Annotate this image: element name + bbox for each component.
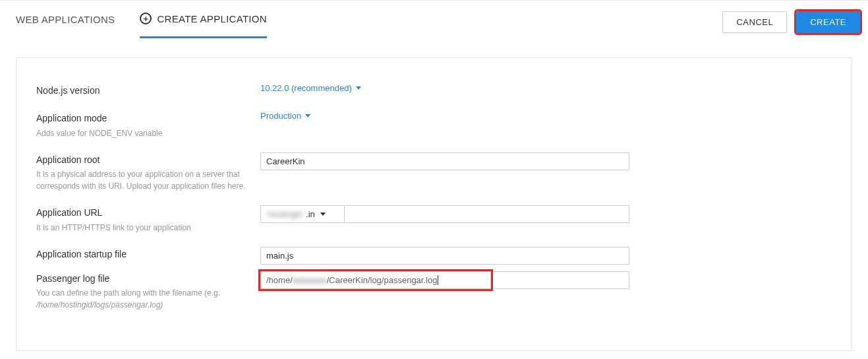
label-startup-file: Application startup file — [36, 247, 260, 261]
header-bar: WEB APPLICATIONS + CREATE APPLICATION CA… — [0, 1, 868, 38]
dropdown-app-url-domain[interactable]: hostingid.in — [260, 205, 345, 223]
form-panel: Node.js version 10.22.0 (recommended) Ap… — [16, 57, 852, 351]
row-node-version: Node.js version 10.22.0 (recommended) — [36, 83, 832, 98]
input-app-url-path[interactable] — [345, 205, 629, 223]
cancel-button[interactable]: CANCEL — [722, 11, 787, 33]
label-log-file: Passenger log file — [36, 271, 260, 286]
row-startup-file: Application startup file — [36, 247, 832, 265]
input-startup-file[interactable] — [260, 247, 629, 265]
label-node-version: Node.js version — [36, 83, 260, 98]
label-app-mode: Application mode — [36, 111, 260, 125]
desc-app-mode: Adds value for NODE_ENV variable — [36, 127, 260, 139]
chevron-down-icon — [305, 114, 310, 117]
dropdown-app-mode[interactable]: Production — [260, 111, 310, 121]
row-app-url: Application URL It is an HTTP/HTTPS link… — [36, 205, 832, 233]
domain-masked: hostingid — [268, 209, 302, 219]
row-log-file: Passenger log file You can define the pa… — [36, 271, 832, 311]
row-app-root: Application root It is a physical addres… — [36, 152, 832, 192]
text-cursor — [438, 275, 438, 285]
tab-label: CREATE APPLICATION — [157, 13, 267, 24]
input-app-root[interactable] — [260, 152, 629, 170]
desc-log-file: You can define the path along with the f… — [36, 287, 260, 311]
domain-suffix: .in — [306, 209, 315, 219]
dropdown-value: Production — [260, 111, 301, 121]
chevron-down-icon — [320, 212, 326, 216]
dropdown-value: 10.22.0 (recommended) — [260, 83, 352, 93]
input-log-file[interactable]: /home/xxxxxxxx/CareerKin/log/passengar.l… — [260, 271, 491, 289]
desc-app-url: It is an HTTP/HTTPS link to your applica… — [36, 222, 260, 234]
tab-list: WEB APPLICATIONS + CREATE APPLICATION — [16, 1, 267, 38]
tab-label: WEB APPLICATIONS — [16, 14, 115, 25]
dropdown-node-version[interactable]: 10.22.0 (recommended) — [260, 83, 361, 93]
header-buttons: CANCEL CREATE — [722, 11, 860, 33]
chevron-down-icon — [356, 86, 361, 90]
label-app-root: Application root — [36, 152, 260, 167]
desc-app-root: It is a physical address to your applica… — [36, 168, 260, 192]
tab-web-applications[interactable]: WEB APPLICATIONS — [16, 1, 115, 38]
tab-create-application[interactable]: + CREATE APPLICATION — [140, 1, 267, 38]
label-app-url: Application URL — [36, 205, 260, 220]
plus-circle-icon: + — [140, 13, 152, 24]
row-app-mode: Application mode Adds value for NODE_ENV… — [36, 111, 832, 139]
create-button[interactable]: CREATE — [796, 11, 860, 33]
